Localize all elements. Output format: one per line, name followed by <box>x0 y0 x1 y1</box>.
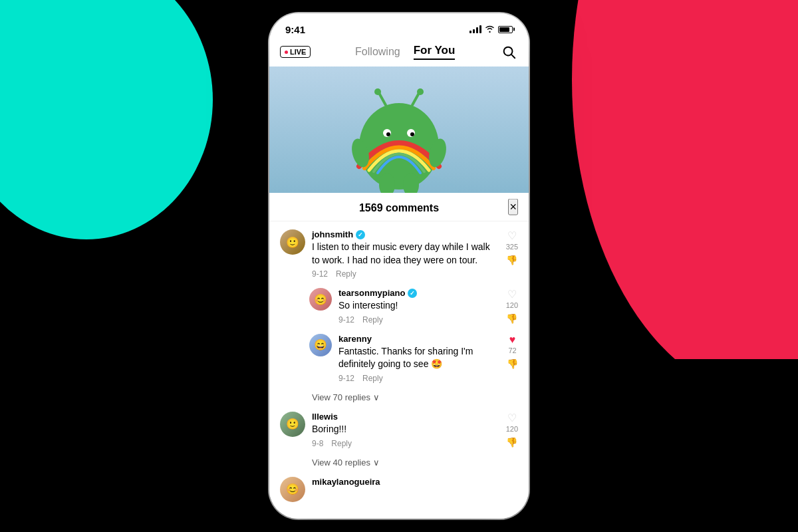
app-header: LIVE Following For You <box>269 39 529 66</box>
dislike-icon[interactable]: 👎 <box>506 313 517 324</box>
live-label: LIVE <box>290 48 306 56</box>
comment-actions: ♡ 325 👎 <box>506 229 518 279</box>
username: mikaylanogueira <box>312 477 380 487</box>
like-count: 120 <box>506 301 518 309</box>
wifi-icon <box>485 25 495 35</box>
comment-user: mikaylanogueira <box>312 477 518 487</box>
comment-body: johnsmith ✓ I listen to their music ever… <box>312 229 499 279</box>
comment-meta: 9-12 Reply <box>338 315 499 325</box>
comment-body: karenny Fantastic. Thanks for sharing I'… <box>338 334 500 383</box>
comment-meta: 9-12 Reply <box>338 374 500 383</box>
chevron-down-icon: ∨ <box>373 458 380 467</box>
avatar: 🙂 <box>280 229 305 255</box>
status-icons <box>469 25 513 35</box>
comment-item: 🙂 lllewis Boring!!! 9-8 Reply ♡ 120 <box>280 412 518 448</box>
svg-line-8 <box>379 93 386 105</box>
svg-line-10 <box>412 93 419 105</box>
video-content <box>269 66 529 193</box>
tab-following[interactable]: Following <box>355 46 400 58</box>
verified-icon: ✓ <box>408 289 417 298</box>
svg-point-7 <box>410 132 414 136</box>
username: lllewis <box>312 412 338 422</box>
like-area[interactable]: ♡ 325 <box>506 229 518 251</box>
comment-text: Fantastic. Thanks for sharing I'm defini… <box>338 345 500 371</box>
comment-body: lllewis Boring!!! 9-8 Reply <box>312 412 499 448</box>
comment-time: 9-12 <box>338 315 354 325</box>
like-area[interactable]: ♡ 120 <box>506 288 518 309</box>
battery-icon <box>498 26 513 33</box>
heart-icon[interactable]: ♡ <box>507 412 517 424</box>
video-area[interactable] <box>269 66 529 193</box>
comment-user: lllewis <box>312 412 499 422</box>
tab-foryou[interactable]: For You <box>414 44 456 60</box>
comments-header: 1569 comments × <box>269 193 529 221</box>
view-replies-label: View 70 replies <box>312 392 370 402</box>
comment-body: tearsonmypiano ✓ So interesting! 9-12 Re… <box>338 288 499 325</box>
like-area[interactable]: ♡ 120 <box>506 412 518 433</box>
comments-list[interactable]: 🙂 johnsmith ✓ I listen to their music ev… <box>269 221 529 519</box>
like-count: 120 <box>506 425 518 433</box>
comment-actions: ♡ 120 👎 <box>506 288 518 325</box>
signal-icon <box>469 25 481 33</box>
comment-user: johnsmith ✓ <box>312 229 499 239</box>
heart-icon[interactable]: ♥ <box>509 334 516 346</box>
status-time: 9:41 <box>285 24 305 35</box>
like-area[interactable]: ♥ 72 <box>508 334 516 354</box>
comment-text: Boring!!! <box>312 423 499 436</box>
bg-cyan-shape <box>0 0 213 239</box>
comment-body: mikaylanogueira <box>312 477 518 502</box>
reply-button[interactable]: Reply <box>331 439 352 448</box>
heart-icon[interactable]: ♡ <box>507 288 517 301</box>
avatar: 🙂 <box>280 412 305 437</box>
view-replies-label: View 40 replies <box>312 458 370 467</box>
heart-icon[interactable]: ♡ <box>507 229 517 242</box>
close-button[interactable]: × <box>508 199 518 215</box>
view-replies-button[interactable]: View 40 replies ∨ <box>312 458 518 467</box>
dislike-icon[interactable]: 👎 <box>506 437 517 448</box>
comment-meta: 9-12 Reply <box>312 269 499 279</box>
verified-icon: ✓ <box>356 230 365 239</box>
comment-item: 🙂 johnsmith ✓ I listen to their music ev… <box>280 229 518 279</box>
username: karenny <box>338 334 372 344</box>
comment-time: 9-12 <box>312 269 328 279</box>
svg-line-1 <box>511 55 515 58</box>
comment-item-reply: 😊 tearsonmypiano ✓ So interesting! 9-12 … <box>309 288 518 325</box>
status-bar: 9:41 <box>269 13 529 39</box>
reply-button[interactable]: Reply <box>362 315 383 325</box>
like-count: 72 <box>508 346 516 354</box>
avatar: 😊 <box>280 477 305 502</box>
comment-actions: ♡ 120 👎 <box>506 412 518 448</box>
reply-button[interactable]: Reply <box>362 374 383 383</box>
view-replies-button[interactable]: View 70 replies ∨ <box>312 392 518 402</box>
like-count: 325 <box>506 243 518 251</box>
comment-item-reply: 😄 karenny Fantastic. Thanks for sharing … <box>309 334 518 383</box>
svg-point-11 <box>417 88 424 95</box>
comment-user: tearsonmypiano ✓ <box>338 288 499 298</box>
comment-text: I listen to their music every day while … <box>312 241 499 267</box>
header-tabs: Following For You <box>355 44 455 60</box>
chevron-down-icon: ∨ <box>373 392 380 402</box>
bg-red-shape <box>505 0 798 359</box>
comment-time: 9-12 <box>338 374 354 383</box>
comment-actions: ♥ 72 👎 <box>507 334 518 383</box>
comment-item: 😊 mikaylanogueira <box>280 477 518 502</box>
dislike-icon[interactable]: 👎 <box>507 358 518 369</box>
phone-frame: 9:41 LIVE <box>269 13 529 519</box>
avatar: 😄 <box>309 334 332 356</box>
live-dot <box>285 51 288 54</box>
username: johnsmith <box>312 229 353 239</box>
comment-text: So interesting! <box>338 299 499 313</box>
comment-meta: 9-8 Reply <box>312 439 499 448</box>
svg-point-6 <box>386 132 390 136</box>
live-badge[interactable]: LIVE <box>280 46 311 58</box>
comments-section: 1569 comments × 🙂 johnsmith ✓ I listen t… <box>269 193 529 519</box>
dislike-icon[interactable]: 👎 <box>506 255 517 265</box>
comment-time: 9-8 <box>312 439 323 448</box>
search-button[interactable] <box>499 43 518 61</box>
svg-point-9 <box>374 88 381 95</box>
comments-count: 1569 comments <box>359 202 439 214</box>
avatar: 😊 <box>309 288 332 311</box>
comment-user: karenny <box>338 334 500 344</box>
username: tearsonmypiano <box>338 288 405 298</box>
reply-button[interactable]: Reply <box>336 269 356 279</box>
